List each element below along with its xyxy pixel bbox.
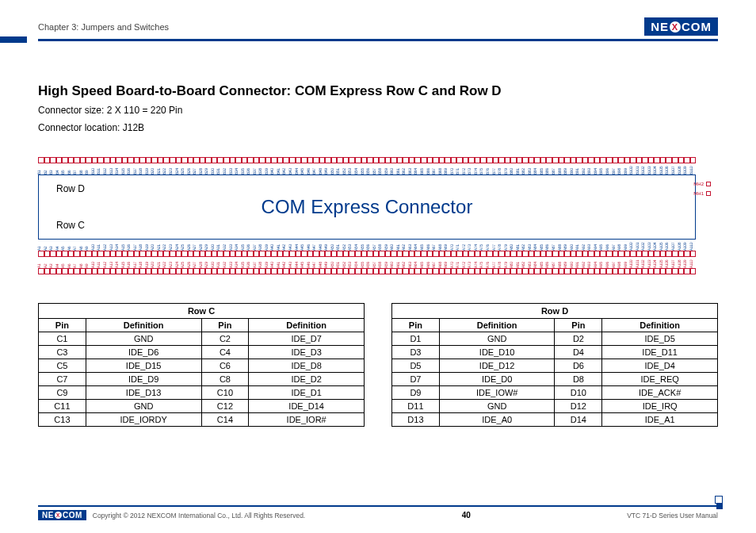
pin-box <box>493 268 499 274</box>
table-row: C11GNDC12IDE_D14 <box>39 399 365 412</box>
page-number: 40 <box>462 511 471 520</box>
pin-box <box>296 157 302 163</box>
pin-box <box>642 268 648 274</box>
pin-label: A95 <box>600 240 606 251</box>
pin-box <box>684 251 690 257</box>
row-c-table: Row C PinDefinitionPinDefinition C1GNDC2… <box>38 303 365 427</box>
pin-label: A60 <box>391 240 397 251</box>
pin-label: A104 <box>654 257 660 268</box>
pin-box <box>373 157 380 163</box>
row-d-table: Row D PinDefinitionPinDefinition D1GNDD2… <box>391 303 718 427</box>
pin-label: A2 <box>44 240 51 251</box>
pin-label: A45 <box>301 240 307 251</box>
pin-box <box>540 157 547 163</box>
pin-label: A109 <box>684 257 690 268</box>
pin-label: A99 <box>624 240 631 251</box>
definition-cell: IDE_D13 <box>86 385 201 399</box>
pin-box <box>337 268 343 274</box>
pin-box <box>660 251 666 257</box>
pin-box <box>230 157 236 163</box>
pin-cell: C12 <box>201 399 249 412</box>
pin-cell: C2 <box>201 332 249 345</box>
pin-label: B87 <box>552 163 559 174</box>
pin-label: A82 <box>522 240 529 251</box>
pin-label: A5 <box>62 257 68 268</box>
pin-label: B40 <box>271 163 277 174</box>
pin-label: B75 <box>480 163 487 174</box>
pin-box <box>505 251 511 257</box>
pin-box <box>56 268 63 274</box>
pin-label: A93 <box>588 240 594 251</box>
pin-box <box>361 268 368 274</box>
pin-box <box>618 251 624 257</box>
pin-label: B88 <box>559 163 565 174</box>
pin-box <box>235 157 242 163</box>
pin-box <box>193 251 200 257</box>
pin-box <box>134 157 140 163</box>
pin-label: B38 <box>259 163 265 174</box>
pin-label: B78 <box>498 163 505 174</box>
pin-label: B76 <box>487 163 493 174</box>
pin-box <box>498 268 505 274</box>
pin-label: B45 <box>301 163 307 174</box>
pin-label: B77 <box>493 163 499 174</box>
pin-label: A96 <box>606 257 613 268</box>
pin-label: A89 <box>564 257 571 268</box>
pin-box <box>68 251 74 257</box>
pin-label: A91 <box>576 257 582 268</box>
pin-label: A80 <box>510 240 517 251</box>
connector-location: Connector location: J12B <box>38 121 718 134</box>
pin-box <box>582 268 589 274</box>
pin-label: A31 <box>217 240 223 251</box>
pin-box <box>534 157 540 163</box>
pin-box <box>277 157 284 163</box>
pin-box <box>468 251 475 257</box>
pin-label: A35 <box>242 257 248 268</box>
pin-label: A34 <box>235 257 242 268</box>
definition-cell: GND <box>86 332 201 345</box>
pin-label: A34 <box>235 240 242 251</box>
pin-box <box>205 268 212 274</box>
pin-box <box>331 268 338 274</box>
pin-box <box>110 157 116 163</box>
pin-box <box>134 268 140 274</box>
pin-box <box>254 268 260 274</box>
pin-box <box>343 251 349 257</box>
pin-box <box>296 268 302 274</box>
pin-box <box>600 157 606 163</box>
table-row: C3IDE_D6C4IDE_D3 <box>39 345 365 359</box>
pin-box <box>151 251 158 257</box>
pin-box <box>642 157 648 163</box>
pin-box <box>74 157 80 163</box>
pin-box <box>181 157 188 163</box>
pin-box <box>92 157 98 163</box>
pin-label: B44 <box>296 163 302 174</box>
pin-box <box>463 268 469 274</box>
pin-label: A75 <box>480 240 487 251</box>
pin-label: A40 <box>271 257 277 268</box>
pin-label: A108 <box>678 240 685 251</box>
pin-label: A97 <box>613 240 619 251</box>
pin-box <box>116 268 122 274</box>
pin-box <box>475 268 481 274</box>
pin-box <box>559 268 565 274</box>
pin-box <box>259 268 265 274</box>
pin-box <box>277 268 284 274</box>
pin-box <box>654 251 660 257</box>
pin-box <box>666 251 672 257</box>
pin-box <box>367 157 373 163</box>
row-c-caption: Row C <box>38 303 365 318</box>
pin-box <box>38 251 44 257</box>
pin-box <box>80 157 86 163</box>
pin-label: A67 <box>433 257 439 268</box>
pin-cell: C4 <box>201 345 249 359</box>
pin-label: A99 <box>624 257 631 268</box>
pin-box <box>385 251 391 257</box>
pin-label: A22 <box>163 257 170 268</box>
pin-box <box>582 157 589 163</box>
pin-label: A55 <box>361 240 368 251</box>
pin-box <box>606 251 613 257</box>
pin-box <box>80 251 86 257</box>
pin-box <box>217 251 223 257</box>
pin-label: A11 <box>97 240 104 251</box>
